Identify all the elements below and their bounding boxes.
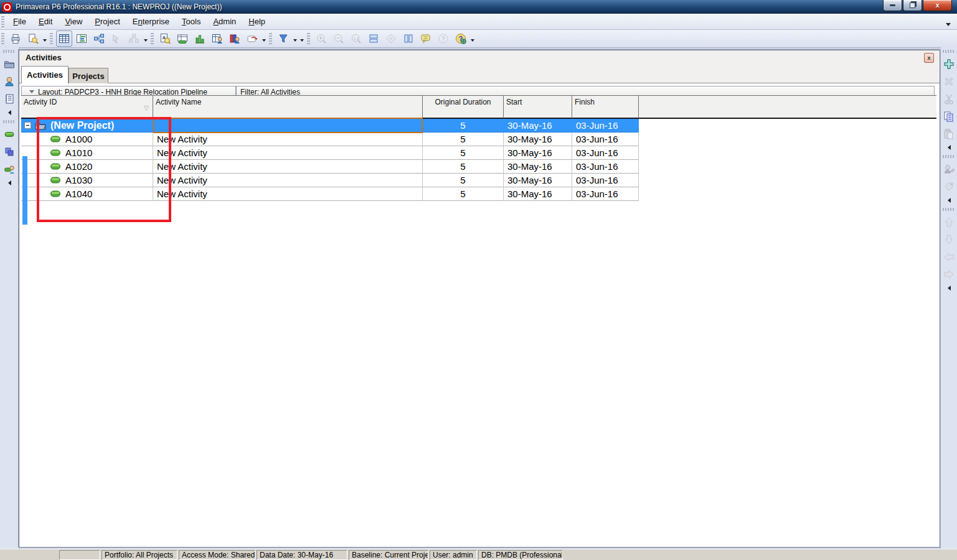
activity-id-cell[interactable]: A1030 — [21, 174, 153, 187]
menu-view[interactable]: View — [59, 15, 88, 28]
column-filter-icon[interactable]: ▽ — [144, 105, 149, 111]
activity-table-icon[interactable] — [174, 30, 191, 47]
table-row-a1000[interactable]: A1000New Activity530-May-1603-Jun-16 — [21, 133, 639, 146]
finish-cell[interactable]: 03-Jun-16 — [572, 160, 639, 174]
title-bar[interactable]: Primavera P6 Professional R16.1 : NEWPRO… — [0, 0, 957, 14]
activity-id-cell[interactable]: A1000 — [21, 133, 153, 146]
group-row-duration-cell[interactable]: 5 — [423, 119, 504, 133]
print-icon[interactable] — [7, 30, 24, 47]
resources-icon[interactable] — [2, 74, 17, 89]
tab-projects[interactable]: Projects — [68, 68, 108, 83]
collapse-toolbar-icon[interactable] — [948, 198, 951, 203]
table-view-icon[interactable] — [56, 30, 72, 47]
table-row-a1040[interactable]: A1040New Activity530-May-1603-Jun-16 — [21, 187, 639, 201]
menu-tools[interactable]: Tools — [176, 15, 207, 28]
add-icon[interactable] — [941, 57, 956, 72]
table-row-a1030[interactable]: A1030New Activity530-May-1603-Jun-16 — [21, 174, 639, 187]
collapse-toolbar-icon[interactable] — [948, 286, 951, 291]
activity-name-cell[interactable]: New Activity — [153, 160, 423, 174]
toolbar-grip[interactable] — [269, 33, 272, 44]
overflow-menu-icon[interactable] — [144, 33, 148, 44]
reports-icon[interactable] — [2, 91, 17, 106]
menu-edit[interactable]: Edit — [32, 15, 59, 28]
activity-id-cell[interactable]: A1040 — [21, 187, 153, 201]
copy-icon[interactable] — [941, 109, 956, 124]
activity-name-cell[interactable]: New Activity — [153, 146, 423, 160]
split-vertical-icon[interactable] — [400, 30, 417, 47]
restore-button[interactable] — [903, 0, 922, 11]
overflow-menu-icon[interactable] — [43, 33, 47, 44]
menu-file[interactable]: File — [7, 15, 32, 28]
activity-name-cell[interactable]: New Activity — [153, 133, 423, 146]
collapse-group-icon[interactable] — [24, 122, 31, 129]
tab-activities[interactable]: Activities — [21, 66, 68, 83]
original-duration-cell[interactable]: 5 — [423, 133, 504, 146]
projects-icon[interactable] — [2, 57, 17, 72]
print-preview-icon[interactable] — [25, 30, 41, 47]
schedule-icon[interactable] — [244, 30, 260, 47]
column-header-activity-name[interactable]: Activity Name — [153, 96, 423, 118]
filter-icon[interactable] — [275, 30, 291, 47]
collapse-toolbar-icon[interactable] — [8, 110, 11, 115]
resource-usage-spreadsheet-icon[interactable] — [227, 30, 243, 47]
menu-project[interactable]: Project — [88, 15, 126, 28]
gantt-view-icon[interactable] — [73, 30, 90, 47]
column-header-original-duration[interactable]: Original Duration — [423, 96, 504, 118]
group-row-start-cell[interactable]: 30-May-16 — [504, 119, 572, 133]
toolbar-grip[interactable] — [3, 50, 16, 53]
notebook-topics-icon[interactable] — [418, 30, 434, 47]
toolbar-grip[interactable] — [151, 33, 154, 44]
overflow-menu-icon[interactable] — [300, 33, 304, 44]
toolbar-grip[interactable] — [1, 33, 4, 44]
toolbar-grip[interactable] — [943, 208, 955, 211]
start-cell[interactable]: 30-May-16 — [504, 160, 572, 174]
column-header-finish[interactable]: Finish — [572, 96, 639, 118]
minimize-button[interactable] — [883, 0, 902, 11]
menubar-overflow-icon[interactable] — [946, 19, 951, 28]
original-duration-cell[interactable]: 5 — [423, 187, 504, 201]
collapse-toolbar-icon[interactable] — [8, 180, 11, 185]
resource-assignments-icon[interactable] — [2, 162, 17, 177]
activities-icon[interactable] — [2, 127, 17, 142]
resource-profile-icon[interactable] — [192, 30, 208, 47]
activity-id-cell[interactable]: A1010 — [21, 146, 153, 160]
activity-name-cell[interactable]: New Activity — [153, 187, 423, 201]
table-row-a1010[interactable]: A1010New Activity530-May-1603-Jun-16 — [21, 146, 639, 160]
toolbar-grip[interactable] — [50, 33, 53, 44]
table-row-a1020[interactable]: A1020New Activity530-May-1603-Jun-16 — [21, 160, 639, 174]
toolbar-grip[interactable] — [3, 120, 16, 123]
group-row-name-cell[interactable] — [153, 119, 423, 133]
original-duration-cell[interactable]: 5 — [423, 174, 504, 187]
collapse-toolbar-icon[interactable] — [948, 145, 951, 150]
finish-cell[interactable]: 03-Jun-16 — [572, 133, 639, 146]
original-duration-cell[interactable]: 5 — [423, 160, 504, 174]
filter-dropdown-icon[interactable] — [293, 33, 297, 44]
toolbar-grip[interactable] — [943, 155, 955, 158]
close-button[interactable]: x — [923, 0, 952, 11]
activity-name-cell[interactable]: New Activity — [153, 174, 423, 187]
find-icon[interactable]: A — [157, 30, 173, 47]
finish-cell[interactable]: 03-Jun-16 — [572, 187, 639, 201]
original-duration-cell[interactable]: 5 — [423, 146, 504, 160]
finish-cell[interactable]: 03-Jun-16 — [572, 174, 639, 187]
start-cell[interactable]: 30-May-16 — [504, 187, 572, 201]
group-row-id-cell[interactable]: (New Project) — [21, 119, 153, 133]
split-horizontal-icon[interactable] — [365, 30, 382, 47]
online-help-icon[interactable]: ? — [453, 30, 469, 47]
menu-enterprise[interactable]: Enterprise — [126, 15, 176, 28]
column-header-activity-id[interactable]: Activity ID▽ — [21, 96, 153, 118]
overflow-menu-icon[interactable] — [262, 33, 266, 44]
activity-network-view-icon[interactable] — [91, 30, 107, 47]
panel-close-button[interactable]: x — [924, 53, 934, 63]
menu-admin[interactable]: Admin — [207, 15, 242, 28]
menu-grip[interactable] — [1, 16, 4, 27]
start-cell[interactable]: 30-May-16 — [504, 133, 572, 146]
toolbar-grip[interactable] — [943, 50, 955, 53]
start-cell[interactable]: 30-May-16 — [504, 174, 572, 187]
group-row-new-project[interactable]: (New Project)530-May-1603-Jun-16 — [21, 119, 639, 133]
wbs-icon[interactable] — [2, 144, 17, 159]
overflow-menu-icon[interactable] — [471, 33, 474, 44]
column-header-start[interactable]: Start — [504, 96, 572, 118]
activity-id-cell[interactable]: A1020 — [21, 160, 153, 174]
toolbar-grip[interactable] — [307, 33, 310, 44]
